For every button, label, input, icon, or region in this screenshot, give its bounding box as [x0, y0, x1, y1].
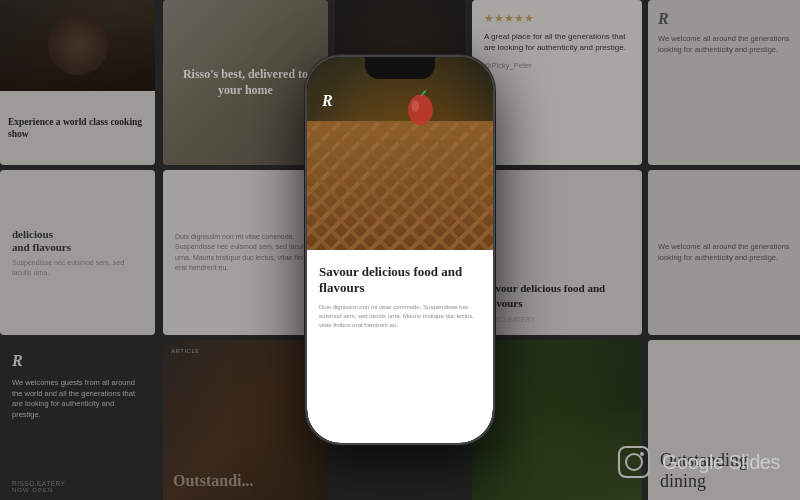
phone-screen-content: R Savour delicious food and flavours Dui… — [307, 57, 493, 443]
phone-notch — [365, 57, 435, 79]
svg-point-0 — [408, 95, 433, 125]
pie-lattice — [307, 121, 493, 270]
svg-point-4 — [626, 454, 642, 470]
svg-point-1 — [411, 100, 419, 111]
phone-white-card: Savour delicious food and flavours Duis … — [307, 250, 493, 443]
branding-area: Google Slides — [616, 444, 780, 480]
phone-mockup: R Savour delicious food and flavours Dui… — [305, 55, 495, 445]
phone-screen: R Savour delicious food and flavours Dui… — [307, 57, 493, 443]
svg-rect-3 — [619, 447, 649, 477]
phone-frame: R Savour delicious food and flavours Dui… — [305, 55, 495, 445]
instagram-icon — [616, 444, 652, 480]
phone-pie-background — [307, 57, 493, 269]
apple-icon — [403, 87, 438, 127]
brand-platform: Google Slides — [662, 451, 780, 474]
phone-card-title: Savour delicious food and flavours — [319, 264, 481, 295]
svg-point-5 — [640, 452, 644, 456]
phone-card-body: Duis dignissim non mi vitae commodo. Sus… — [319, 303, 481, 330]
phone-side-button — [493, 137, 495, 167]
brand-text-group: Google Slides — [662, 451, 780, 474]
phone-r-logo: R — [322, 92, 333, 110]
phone-pie-area: R — [307, 57, 493, 269]
